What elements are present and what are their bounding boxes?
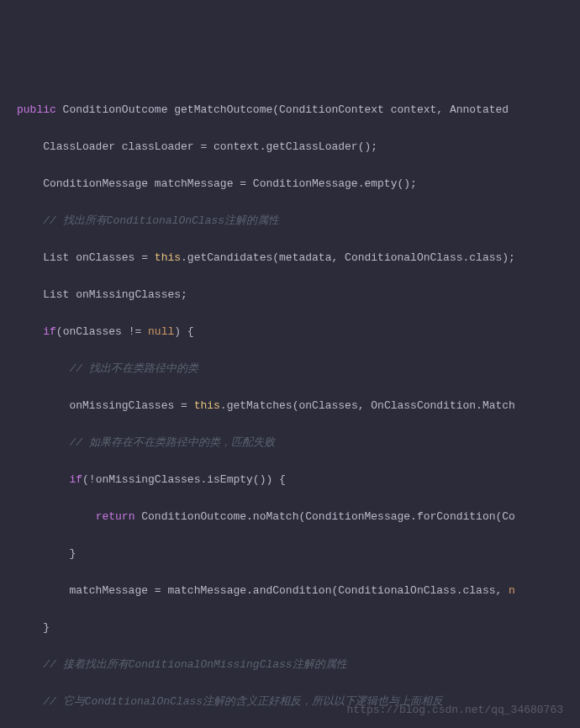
code-line: ClassLoader classLoader = context.getCla…: [17, 138, 580, 156]
code-line: }: [17, 545, 580, 563]
code-line: return ConditionOutcome.noMatch(Conditio…: [17, 508, 580, 526]
keyword-this: this: [155, 251, 181, 264]
code-block: public ConditionOutcome getMatchOutcome(…: [17, 82, 580, 728]
code-comment: // 找出所有ConditionalOnClass注解的属性: [17, 212, 580, 230]
code-comment: // 找出不在类路径中的类: [17, 360, 580, 378]
keyword-return: return: [96, 510, 135, 523]
code-line: if(onClasses != null) {: [17, 323, 580, 341]
code-line: if(!onMissingClasses.isEmpty()) {: [17, 471, 580, 489]
code-comment: // 接着找出所有ConditionalOnMissingClass注解的属性: [17, 656, 580, 674]
keyword-if: if: [43, 325, 56, 338]
watermark-text: https://blog.csdn.net/qq_34680763: [347, 701, 563, 720]
keyword-null: null: [148, 325, 174, 338]
code-line: List onMissingClasses;: [17, 286, 580, 304]
code-line: }: [17, 619, 580, 637]
code-comment: // 如果存在不在类路径中的类，匹配失败: [17, 434, 580, 452]
code-line: matchMessage = matchMessage.andCondition…: [17, 582, 580, 600]
code-line: public ConditionOutcome getMatchOutcome(…: [17, 101, 580, 119]
code-line: List onClasses = this.getCandidates(meta…: [17, 249, 580, 267]
keyword-this: this: [194, 399, 220, 412]
code-line: ConditionMessage matchMessage = Conditio…: [17, 175, 580, 193]
keyword-if: if: [69, 473, 82, 486]
code-line: onMissingClasses = this.getMatches(onCla…: [17, 397, 580, 415]
keyword-public: public: [17, 103, 56, 116]
